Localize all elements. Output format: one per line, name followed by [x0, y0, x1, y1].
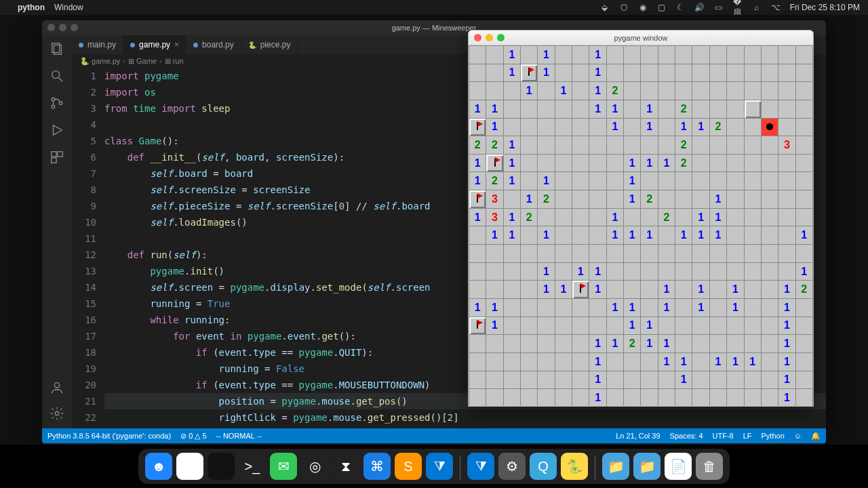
- cell[interactable]: [727, 154, 744, 172]
- dock-finder-icon[interactable]: ☻: [145, 453, 172, 480]
- cell[interactable]: [555, 245, 572, 263]
- cell[interactable]: 1: [503, 208, 520, 226]
- cell[interactable]: [778, 82, 795, 100]
- cell[interactable]: [538, 100, 555, 118]
- dock-obs-icon[interactable]: ◎: [301, 453, 328, 480]
- cell[interactable]: [538, 118, 555, 136]
- cell[interactable]: [795, 172, 812, 190]
- cell[interactable]: 1: [692, 226, 709, 245]
- cell[interactable]: [795, 100, 812, 118]
- cell[interactable]: 2: [675, 100, 692, 118]
- cell[interactable]: [675, 298, 692, 317]
- cell[interactable]: 1: [503, 46, 520, 64]
- cell[interactable]: 1: [503, 154, 520, 172]
- cell[interactable]: 1: [641, 154, 658, 172]
- cell[interactable]: [555, 64, 572, 82]
- cell[interactable]: 1: [589, 389, 606, 407]
- search-icon[interactable]: ⌕: [752, 3, 762, 12]
- cell[interactable]: 1: [624, 298, 641, 317]
- cell[interactable]: 2: [486, 136, 503, 155]
- cell-flag[interactable]: [572, 281, 589, 299]
- cell[interactable]: [589, 245, 606, 263]
- cell[interactable]: [795, 335, 812, 353]
- cell-flag[interactable]: [486, 154, 503, 172]
- cell[interactable]: [606, 262, 623, 281]
- cell[interactable]: [572, 64, 589, 82]
- cell[interactable]: [572, 298, 589, 317]
- cell[interactable]: [778, 64, 795, 82]
- cell[interactable]: [486, 335, 503, 353]
- cell[interactable]: 1: [538, 46, 555, 64]
- cell[interactable]: [692, 100, 709, 118]
- cell[interactable]: [795, 208, 812, 226]
- cell[interactable]: [555, 389, 572, 407]
- cell[interactable]: [727, 64, 744, 82]
- cell[interactable]: [538, 136, 555, 155]
- cell[interactable]: [727, 371, 744, 389]
- cell[interactable]: [486, 245, 503, 263]
- cell[interactable]: [658, 172, 675, 190]
- cell[interactable]: 2: [538, 190, 555, 209]
- menubar-window[interactable]: Window: [54, 3, 83, 12]
- cell-flag[interactable]: [469, 317, 486, 335]
- cell-flag[interactable]: [469, 190, 486, 209]
- cell[interactable]: [589, 154, 606, 172]
- cell[interactable]: [521, 154, 538, 172]
- cell[interactable]: 3: [778, 136, 795, 155]
- cell[interactable]: [709, 100, 726, 118]
- cell[interactable]: 1: [675, 118, 692, 136]
- cell[interactable]: [675, 64, 692, 82]
- cell[interactable]: [727, 335, 744, 353]
- vscode-traffic-lights[interactable]: [47, 24, 78, 31]
- cell[interactable]: [606, 154, 623, 172]
- cell[interactable]: 1: [709, 226, 726, 245]
- cell[interactable]: 1: [675, 371, 692, 389]
- cell[interactable]: [778, 190, 795, 209]
- cell[interactable]: 1: [606, 118, 623, 136]
- cell[interactable]: 1: [521, 82, 538, 100]
- dock-trash-icon[interactable]: 🗑: [696, 453, 723, 480]
- cell[interactable]: [572, 352, 589, 371]
- cell[interactable]: 1: [521, 190, 538, 209]
- cell[interactable]: [555, 371, 572, 389]
- cell[interactable]: [795, 371, 812, 389]
- cell[interactable]: [572, 190, 589, 209]
- tab-board-py[interactable]: board.py: [186, 35, 241, 54]
- cell[interactable]: [606, 190, 623, 209]
- explorer-icon[interactable]: [49, 41, 65, 57]
- search-icon[interactable]: [49, 68, 65, 84]
- cell[interactable]: [761, 190, 778, 209]
- cell[interactable]: [521, 298, 538, 317]
- cell[interactable]: [555, 172, 572, 190]
- cell[interactable]: [521, 226, 538, 245]
- cell[interactable]: [658, 82, 675, 100]
- cell[interactable]: [572, 226, 589, 245]
- cell[interactable]: [572, 154, 589, 172]
- cell[interactable]: [658, 317, 675, 335]
- cell[interactable]: [624, 100, 641, 118]
- cell[interactable]: [761, 154, 778, 172]
- menubar-clock[interactable]: Fri Dec 25 8:10 PM: [790, 3, 860, 12]
- cell[interactable]: [572, 371, 589, 389]
- cell[interactable]: [503, 100, 520, 118]
- cell[interactable]: [521, 172, 538, 190]
- moon-icon[interactable]: ☾: [676, 3, 686, 12]
- cell[interactable]: 1: [641, 226, 658, 245]
- cell[interactable]: 1: [727, 352, 744, 371]
- cell[interactable]: [692, 352, 709, 371]
- cell[interactable]: 1: [469, 172, 486, 190]
- cell[interactable]: [555, 352, 572, 371]
- cell[interactable]: [761, 298, 778, 317]
- cell[interactable]: [727, 82, 744, 100]
- cell[interactable]: [675, 389, 692, 407]
- cell[interactable]: 1: [469, 100, 486, 118]
- cell[interactable]: [709, 46, 726, 64]
- cell[interactable]: [744, 317, 761, 335]
- cell[interactable]: 1: [778, 371, 795, 389]
- wifi-icon[interactable]: �扇: [733, 3, 743, 12]
- cell[interactable]: [795, 245, 812, 263]
- cell[interactable]: [727, 389, 744, 407]
- status-interpreter[interactable]: Python 3.8.5 64-bit ('pygame': conda): [47, 432, 171, 440]
- battery-icon[interactable]: ▭: [714, 3, 724, 12]
- cell[interactable]: 1: [606, 226, 623, 245]
